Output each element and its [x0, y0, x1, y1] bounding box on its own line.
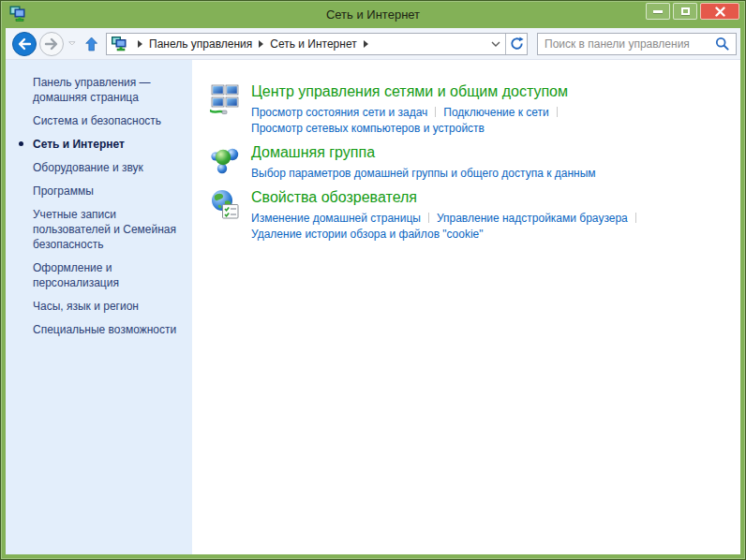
refresh-icon: [510, 37, 524, 51]
selected-bullet-icon: [19, 141, 23, 146]
navigation-toolbar: Панель управления Сеть и Интернет: [6, 28, 740, 60]
breadcrumb-arrow-icon[interactable]: [259, 40, 263, 48]
title-bar[interactable]: Сеть и Интернет: [0, 0, 746, 28]
sidebar-item-system-security[interactable]: Система и безопасность: [33, 113, 190, 128]
link-row: Изменение домашней страницыУправление на…: [251, 211, 644, 227]
link-manage-browser-addons[interactable]: Управление надстройками браузера: [437, 212, 628, 225]
link-separator: [428, 213, 429, 223]
section-internet-options: Свойства обозревателя Изменение домашней…: [210, 188, 740, 243]
sidebar-item-hardware-sound[interactable]: Оборудование и звук: [33, 160, 190, 175]
section-homegroup: Домашняя группа Выбор параметров домашне…: [210, 143, 740, 182]
link-separator: [557, 107, 558, 117]
sidebar: Панель управления — домашняя страница Си…: [6, 60, 192, 554]
homegroup-icon[interactable]: [210, 144, 240, 176]
sidebar-item-ease-of-access[interactable]: Специальные возможности: [33, 322, 190, 337]
maximize-icon: [681, 7, 690, 15]
network-sharing-center-icon[interactable]: [210, 83, 240, 115]
breadcrumb-arrow-icon[interactable]: [364, 40, 368, 48]
back-button[interactable]: [11, 31, 37, 57]
window-body: Панель управления Сеть и Интернет: [6, 28, 740, 554]
address-bar[interactable]: Панель управления Сеть и Интернет: [106, 33, 528, 55]
section-title-homegroup[interactable]: Домашняя группа: [251, 143, 596, 162]
link-row: Просмотр сетевых компьютеров и устройств: [251, 121, 568, 137]
forward-button[interactable]: [38, 31, 65, 57]
refresh-button[interactable]: [505, 34, 527, 54]
search-icon[interactable]: [715, 37, 729, 51]
control-panel-window: Сеть и Интернет: [0, 0, 746, 560]
main-panel: Центр управления сетями и общим доступом…: [192, 60, 740, 554]
link-change-homepage[interactable]: Изменение домашней страницы: [251, 212, 421, 225]
link-homegroup-options[interactable]: Выбор параметров домашней группы и общег…: [251, 167, 596, 180]
link-row: Удаление истории обзора и файлов "cookie…: [251, 227, 644, 243]
sidebar-item-network-internet: Сеть и Интернет: [33, 137, 190, 152]
up-button[interactable]: [85, 34, 97, 54]
minimize-icon: [653, 10, 663, 13]
section-body: Центр управления сетями и общим доступом…: [251, 82, 568, 137]
link-separator: [435, 107, 436, 117]
close-button[interactable]: [700, 3, 739, 20]
section-title-internet-options[interactable]: Свойства обозревателя: [251, 188, 644, 207]
search-input[interactable]: [545, 37, 715, 51]
link-row: Просмотр состояния сети и задачПодключен…: [251, 105, 568, 121]
link-view-network-computers[interactable]: Просмотр сетевых компьютеров и устройств: [251, 122, 485, 135]
window-title: Сеть и Интернет: [0, 7, 746, 22]
minimize-button[interactable]: [646, 3, 670, 20]
section-title-network-sharing-center[interactable]: Центр управления сетями и общим доступом: [251, 82, 568, 101]
sidebar-item-user-accounts[interactable]: Учетные записи пользователей и Семейная …: [33, 207, 190, 252]
link-separator: [635, 213, 636, 223]
breadcrumb-arrow-icon[interactable]: [138, 40, 142, 48]
breadcrumb-network-internet[interactable]: Сеть и Интернет: [270, 37, 356, 51]
link-delete-browsing-history[interactable]: Удаление истории обзора и файлов "cookie…: [251, 228, 484, 241]
section-body: Свойства обозревателя Изменение домашней…: [251, 188, 644, 243]
control-panel-icon: [112, 37, 127, 52]
section-body: Домашняя группа Выбор параметров домашне…: [251, 143, 596, 182]
link-row: Выбор параметров домашней группы и общег…: [251, 166, 596, 182]
sidebar-item-control-panel-home[interactable]: Панель управления — домашняя страница: [33, 75, 190, 105]
internet-options-icon[interactable]: [210, 189, 240, 221]
content-area: Панель управления — домашняя страница Си…: [6, 60, 740, 554]
link-view-network-status[interactable]: Просмотр состояния сети и задач: [251, 106, 427, 119]
sidebar-item-programs[interactable]: Программы: [33, 184, 190, 199]
section-network-sharing-center: Центр управления сетями и общим доступом…: [210, 82, 740, 137]
search-box[interactable]: [537, 33, 737, 55]
address-dropdown-chevron-icon[interactable]: [486, 41, 505, 47]
window-network-icon: [9, 6, 26, 22]
sidebar-item-appearance-personalization[interactable]: Оформление и персонализация: [33, 260, 190, 290]
maximize-button[interactable]: [673, 3, 697, 20]
sidebar-item-clock-language-region[interactable]: Часы, язык и регион: [33, 299, 190, 314]
recent-pages-chevron-icon[interactable]: [68, 40, 76, 47]
close-icon: [715, 7, 725, 17]
breadcrumb-control-panel[interactable]: Панель управления: [149, 37, 252, 51]
caption-buttons: [646, 3, 739, 20]
link-connect-to-network[interactable]: Подключение к сети: [443, 106, 548, 119]
